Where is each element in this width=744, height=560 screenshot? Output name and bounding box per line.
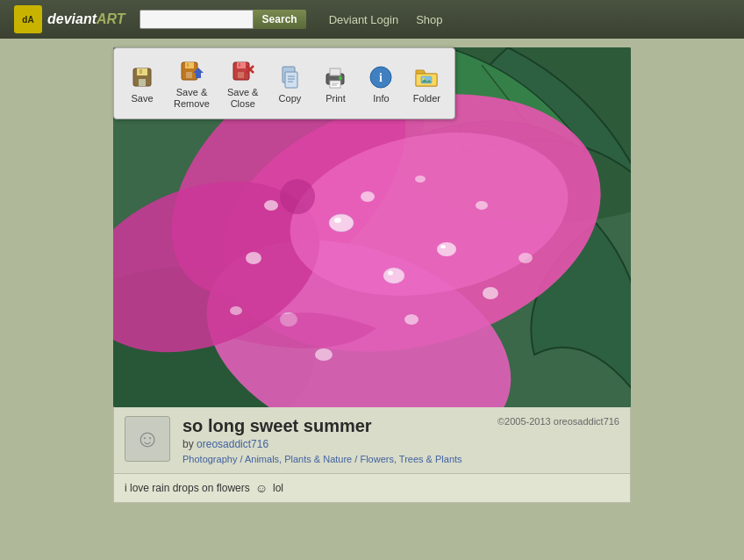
toolbar-save-remove[interactable]: Save &Remove [167, 54, 217, 113]
save-remove-icon [177, 57, 205, 85]
svg-point-55 [230, 306, 242, 315]
svg-point-49 [315, 348, 333, 361]
nav-shop[interactable]: Shop [416, 13, 442, 26]
svg-point-50 [483, 287, 498, 299]
avatar: ☺ [125, 416, 170, 462]
svg-point-42 [383, 268, 404, 284]
toolbar-save-close[interactable]: Save &Close [220, 54, 265, 113]
toolbar-save-close-label: Save &Close [227, 87, 258, 110]
svg-point-48 [361, 191, 375, 202]
save-close-icon [229, 57, 257, 85]
svg-point-53 [476, 201, 488, 210]
svg-rect-5 [185, 62, 194, 68]
title-area: so long sweet summer by oreosaddict716 P… [182, 416, 485, 464]
svg-rect-21 [330, 68, 340, 75]
category-line: Photography / Animals, Plants & Nature /… [182, 454, 485, 464]
svg-rect-3 [140, 69, 142, 74]
copyright-text: ©2005-2013 oreosaddict716 [497, 416, 619, 427]
print-icon [321, 63, 349, 91]
svg-point-46 [440, 245, 446, 248]
toolbar-copy[interactable]: Copy [268, 60, 311, 107]
category-nature[interactable]: Animals, Plants & Nature [245, 454, 352, 464]
svg-rect-22 [330, 81, 340, 88]
svg-point-40 [329, 214, 354, 232]
svg-point-45 [437, 242, 456, 256]
svg-rect-12 [239, 63, 240, 67]
toolbar-print[interactable]: Print [314, 60, 356, 107]
header: dA deviantART Search Deviant Login Shop [0, 0, 744, 39]
comment-suffix: lol [273, 482, 283, 494]
comment-section: i love rain drops on flowers ☺ lol [113, 474, 631, 503]
copy-icon [275, 63, 304, 91]
smiley-icon: ☺ [255, 481, 268, 495]
svg-point-52 [264, 200, 278, 211]
toolbar-folder-label: Folder [413, 93, 440, 104]
toolbar: Save Save &Remove [113, 47, 455, 119]
svg-point-41 [334, 218, 341, 223]
svg-point-54 [415, 176, 426, 183]
category-photography[interactable]: Photography [182, 454, 237, 464]
toolbar-save-label: Save [131, 93, 153, 104]
logo-icon: dA [14, 5, 42, 33]
save-icon [128, 63, 156, 91]
svg-rect-7 [187, 63, 189, 67]
toolbar-info-label: Info [373, 93, 389, 104]
svg-point-47 [246, 252, 261, 264]
content-wrapper: Save Save &Remove [100, 47, 644, 503]
nav-deviant-login[interactable]: Deviant Login [329, 13, 399, 26]
info-section: ☺ so long sweet summer by oreosaddict716… [113, 407, 631, 474]
svg-point-57 [280, 179, 315, 214]
svg-point-51 [404, 314, 418, 325]
svg-point-43 [388, 271, 393, 276]
svg-rect-6 [186, 72, 192, 78]
category-flowers[interactable]: Flowers, Trees & Plants [360, 454, 461, 464]
toolbar-save-remove-label: Save &Remove [174, 87, 210, 110]
svg-rect-2 [139, 79, 146, 86]
logo-area: dA deviantART [14, 5, 125, 33]
author-line: by oreosaddict716 [182, 438, 485, 450]
comment-text: i love rain drops on flowers [125, 482, 250, 494]
artwork-title: so long sweet summer [182, 416, 485, 436]
search-form: Search [140, 10, 306, 29]
svg-rect-10 [237, 62, 246, 68]
search-input[interactable] [140, 10, 254, 29]
svg-point-23 [339, 76, 342, 80]
svg-rect-11 [238, 72, 244, 78]
toolbar-print-label: Print [326, 93, 346, 104]
svg-text:i: i [379, 71, 383, 84]
folder-icon [412, 63, 440, 91]
image-container: Save Save &Remove [113, 47, 631, 407]
toolbar-info[interactable]: i Info [360, 60, 402, 107]
toolbar-copy-label: Copy [279, 93, 302, 104]
toolbar-save[interactable]: Save [121, 60, 163, 107]
author-link[interactable]: oreosaddict716 [197, 438, 268, 450]
info-icon: i [367, 63, 395, 91]
svg-rect-16 [285, 72, 297, 88]
svg-point-56 [519, 253, 533, 263]
toolbar-folder[interactable]: Folder [405, 60, 447, 107]
site-logo-text: deviantART [47, 11, 125, 27]
main-content: Save Save &Remove [0, 39, 744, 512]
search-button[interactable]: Search [254, 10, 306, 29]
nav-links: Deviant Login Shop [329, 13, 443, 26]
